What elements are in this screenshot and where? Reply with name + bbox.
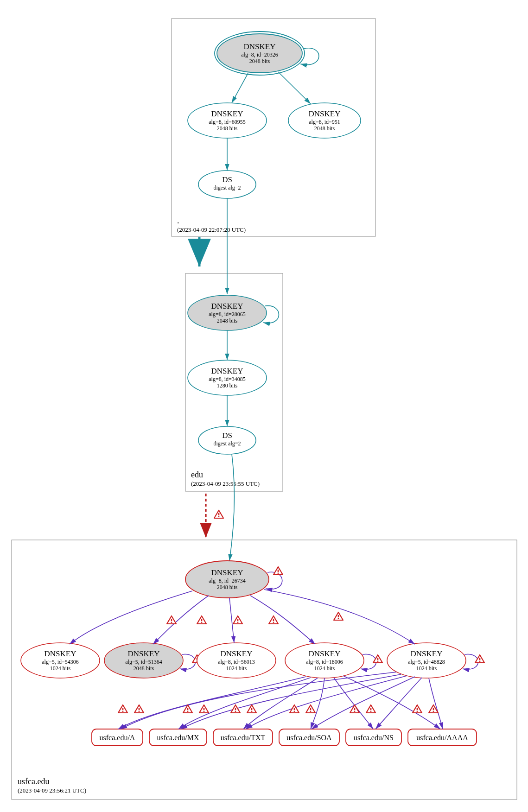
edge (232, 73, 248, 103)
rr-aaaa: usfca.edu/AAAA (408, 729, 477, 746)
svg-text:DNSKEY: DNSKEY (128, 649, 160, 658)
svg-text:alg=8, id=951: alg=8, id=951 (309, 119, 340, 125)
node-sub2: 2048 bits (249, 58, 270, 64)
svg-text:1024 bits: 1024 bits (314, 665, 335, 672)
svg-text:usfca.edu/MX: usfca.edu/MX (157, 734, 199, 742)
svg-text:usfca.edu/A: usfca.edu/A (100, 734, 135, 742)
warning-icon (214, 510, 223, 518)
svg-text:DNSKEY: DNSKEY (211, 109, 243, 118)
svg-text:alg=8, id=60955: alg=8, id=60955 (209, 119, 246, 125)
svg-text:1024 bits: 1024 bits (226, 665, 247, 672)
node-usfca-k3: DNSKEY alg=8, id=56013 1024 bits (197, 643, 276, 678)
node-title: DNSKEY (244, 42, 276, 51)
svg-text:alg=8, id=56013: alg=8, id=56013 (218, 659, 255, 665)
svg-text:alg=5, id=51364: alg=5, id=51364 (125, 659, 162, 665)
warning-icon (475, 655, 484, 663)
warning-icon (366, 705, 375, 713)
node-usfca-k5: DNSKEY alg=5, id=48828 1024 bits (387, 643, 466, 678)
node-usfca-ksk: DNSKEY alg=8, id=26734 2048 bits (185, 561, 269, 598)
svg-text:DNSKEY: DNSKEY (309, 649, 341, 658)
svg-text:DNSKEY: DNSKEY (221, 649, 253, 658)
rr-ns: usfca.edu/NS (346, 729, 401, 746)
node-usfca-k1: DNSKEY alg=5, id=54306 1024 bits (21, 643, 100, 678)
edge (278, 72, 311, 104)
svg-text:alg=8, id=34085: alg=8, id=34085 (209, 376, 246, 382)
zone-edu-name: edu (191, 470, 203, 479)
svg-text:digest alg=2: digest alg=2 (213, 184, 241, 191)
warning-icon (334, 612, 343, 620)
node-sub1: alg=8, id=20326 (241, 51, 278, 58)
node-root-ksk: DNSKEY alg=8, id=20326 2048 bits (215, 32, 305, 75)
warning-icon (350, 705, 359, 713)
node-edu-zsk: DNSKEY alg=8, id=34085 1280 bits (188, 360, 267, 395)
edge (229, 454, 234, 561)
node-root-zsk2: DNSKEY alg=8, id=951 2048 bits (288, 103, 361, 138)
node-root-ds: DS digest alg=2 (198, 171, 256, 198)
node-edu-ds: DS digest alg=2 (198, 426, 256, 454)
warning-icon (247, 705, 256, 713)
svg-text:DS: DS (222, 175, 232, 184)
node-usfca-k4: DNSKEY alg=8, id=18006 1024 bits (285, 643, 364, 678)
warning-icon (231, 705, 240, 713)
self-loop (300, 48, 319, 65)
node-usfca-k2: DNSKEY alg=5, id=51364 2048 bits (104, 643, 183, 678)
zone-root-ts: (2023-04-09 22:07:20 UTC) (177, 226, 246, 233)
rr-txt: usfca.edu/TXT (213, 729, 273, 746)
svg-text:2048 bits: 2048 bits (314, 125, 335, 132)
node-root-zsk1: DNSKEY alg=8, id=60955 2048 bits (188, 103, 267, 138)
svg-text:DNSKEY: DNSKEY (45, 649, 76, 658)
warning-icon (199, 705, 209, 713)
warning-icon (233, 616, 242, 624)
rr-soa: usfca.edu/SOA (279, 729, 339, 746)
svg-text:DNSKEY: DNSKEY (211, 302, 243, 311)
svg-text:DNSKEY: DNSKEY (211, 367, 243, 375)
svg-text:usfca.edu/NS: usfca.edu/NS (354, 734, 394, 742)
svg-text:alg=8, id=26734: alg=8, id=26734 (209, 577, 246, 584)
warning-icon (118, 705, 127, 713)
zone-edu-ts: (2023-04-09 23:55:55 UTC) (191, 480, 260, 487)
warning-icon (269, 616, 278, 624)
warning-icon (306, 705, 315, 713)
svg-text:DS: DS (222, 431, 232, 440)
zone-root-name: . (177, 216, 179, 225)
svg-text:usfca.edu/AAAA: usfca.edu/AAAA (416, 734, 468, 742)
svg-text:usfca.edu/SOA: usfca.edu/SOA (286, 734, 332, 742)
warning-icon (413, 705, 422, 713)
svg-text:1024 bits: 1024 bits (416, 665, 437, 672)
warning-icon (134, 705, 144, 713)
svg-text:2048 bits: 2048 bits (217, 584, 238, 590)
svg-text:alg=5, id=54306: alg=5, id=54306 (42, 659, 79, 665)
svg-text:alg=8, id=18006: alg=8, id=18006 (306, 659, 343, 665)
svg-text:2048 bits: 2048 bits (134, 665, 154, 672)
warning-icon (373, 655, 382, 663)
svg-text:2048 bits: 2048 bits (217, 317, 238, 324)
svg-text:DNSKEY: DNSKEY (411, 649, 443, 658)
svg-text:1280 bits: 1280 bits (217, 382, 238, 389)
rr-mx: usfca.edu/MX (149, 729, 207, 746)
warning-icon (197, 616, 206, 624)
svg-text:2048 bits: 2048 bits (217, 125, 238, 132)
svg-text:DNSKEY: DNSKEY (211, 568, 243, 577)
svg-text:usfca.edu/TXT: usfca.edu/TXT (221, 734, 266, 742)
svg-text:digest alg=2: digest alg=2 (213, 440, 241, 447)
zone-usfca-name: usfca.edu (18, 777, 49, 786)
warning-icon (274, 567, 283, 575)
svg-text:alg=5, id=48828: alg=5, id=48828 (408, 659, 445, 665)
warning-icon (167, 616, 176, 624)
dnssec-diagram: . (2023-04-09 22:07:20 UTC) DNSKEY alg=8… (0, 0, 528, 812)
node-edu-ksk: DNSKEY alg=8, id=28065 2048 bits (188, 295, 267, 330)
svg-text:alg=8, id=28065: alg=8, id=28065 (209, 311, 246, 317)
svg-text:1024 bits: 1024 bits (50, 665, 71, 672)
rr-a: usfca.edu/A (92, 729, 143, 746)
zone-usfca-ts: (2023-04-09 23:56:21 UTC) (18, 787, 86, 794)
svg-text:DNSKEY: DNSKEY (309, 109, 341, 118)
